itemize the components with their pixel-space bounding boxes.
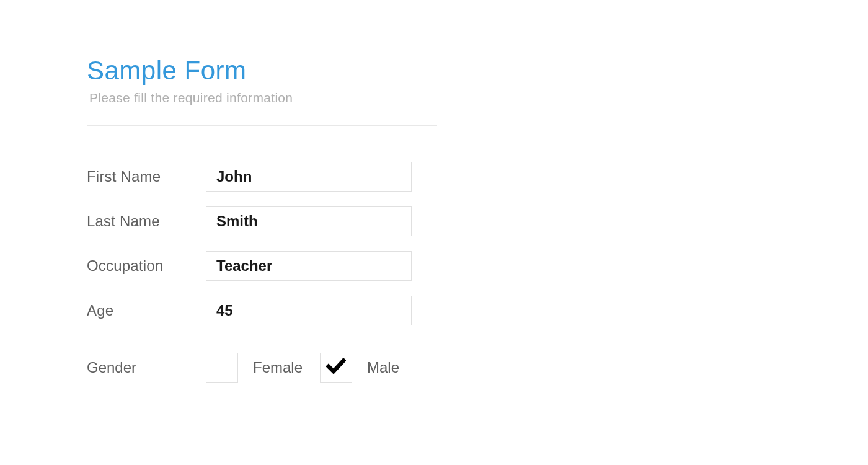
gender-label: Gender	[87, 359, 206, 376]
gender-options: Female Male	[206, 353, 417, 383]
occupation-input[interactable]	[206, 251, 412, 281]
male-checkbox[interactable]	[320, 353, 352, 383]
divider	[87, 125, 437, 126]
male-checkbox-label: Male	[367, 359, 399, 376]
age-label: Age	[87, 302, 206, 319]
occupation-label: Occupation	[87, 257, 206, 275]
check-icon	[326, 358, 346, 378]
female-checkbox-label: Female	[253, 359, 303, 376]
first-name-input[interactable]	[206, 162, 412, 192]
first-name-label: First Name	[87, 168, 206, 185]
form-container: Sample Form Please fill the required inf…	[87, 56, 437, 383]
last-name-label: Last Name	[87, 213, 206, 230]
form-row-age: Age	[87, 296, 437, 326]
form-title: Sample Form	[87, 56, 437, 86]
form-row-occupation: Occupation	[87, 251, 437, 281]
form-subtitle: Please fill the required information	[89, 91, 437, 105]
last-name-input[interactable]	[206, 206, 412, 236]
form-row-gender: Gender Female Male	[87, 353, 437, 383]
form-row-last-name: Last Name	[87, 206, 437, 236]
female-checkbox[interactable]	[206, 353, 238, 383]
form-row-first-name: First Name	[87, 162, 437, 192]
age-input[interactable]	[206, 296, 412, 326]
